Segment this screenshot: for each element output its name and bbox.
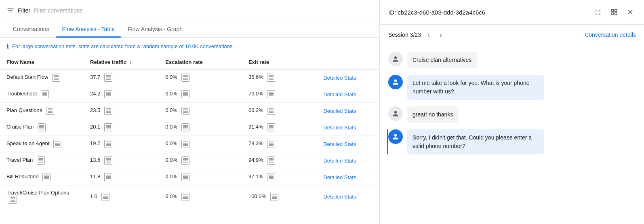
detailed-stats-link[interactable]: Detailed Stats (323, 75, 356, 81)
filter-label: Filter (18, 7, 30, 14)
cell-exit-rate: 97.1% (242, 169, 317, 186)
table-row: Travel/Cruise Plan Options 1.0 0.0% 100.… (0, 186, 379, 208)
cell-flow-name: Travel/Cruise Plan Options (0, 186, 84, 208)
header-actions (592, 6, 636, 18)
exit-rate-table-icon[interactable] (267, 90, 275, 98)
table-row: Travel Plan 13.5 0.0% 94.9% Detailed Sta… (0, 152, 379, 169)
escalation-table-icon[interactable] (181, 156, 189, 165)
escalation-table-icon[interactable] (181, 123, 189, 131)
grid-button[interactable] (608, 6, 620, 18)
col-header-exit-rate: Exit rate (242, 55, 317, 70)
detailed-stats-link[interactable]: Detailed Stats (323, 158, 356, 164)
escalation-table-icon[interactable] (181, 193, 189, 201)
relative-traffic-table-icon[interactable] (104, 74, 112, 82)
cell-escalation-rate: 0.0% (159, 119, 242, 136)
fullscreen-button[interactable] (592, 6, 604, 18)
message-bubble: Sorry, I didn't get that. Could you plea… (407, 129, 544, 154)
detailed-stats-link[interactable]: Detailed Stats (323, 174, 356, 180)
info-banner: ℹ For large conversation sets, stats are… (0, 38, 379, 55)
escalation-table-icon[interactable] (181, 74, 189, 82)
close-button[interactable] (625, 6, 636, 18)
avatar (388, 75, 403, 89)
avatar (388, 106, 403, 121)
table-row: Speak to an Agent 19.7 0.0% 78.3% Detail… (0, 136, 379, 152)
detailed-stats-link[interactable]: Detailed Stats (323, 141, 356, 147)
tab-flow-analysis-table[interactable]: Flow Analysis - Table (56, 21, 121, 37)
table-row: Cruise Plan 20.1 0.0% 91.4% Detailed Sta… (0, 119, 379, 136)
right-header: ID: cb22c3-d60-a03-ddd-3d2a4c6c6 (380, 0, 644, 25)
cell-flow-name: Travel Plan (0, 152, 84, 169)
relative-traffic-table-icon[interactable] (104, 140, 112, 148)
filter-placeholder: Filter conversations (34, 7, 82, 14)
escalation-table-icon[interactable] (181, 90, 189, 98)
relative-traffic-table-icon[interactable] (104, 156, 112, 165)
right-panel: ID: cb22c3-d60-a03-ddd-3d2a4c6c6 Session (380, 0, 644, 224)
cell-escalation-rate: 0.0% (159, 169, 242, 186)
cell-action: Detailed Stats (317, 119, 379, 136)
exit-rate-table-icon[interactable] (267, 107, 275, 115)
message-row: great! no thanks (388, 106, 636, 123)
tab-flow-analysis-graph[interactable]: Flow Analysis - Graph (121, 21, 189, 37)
relative-traffic-table-icon[interactable] (104, 107, 112, 115)
escalation-table-icon[interactable] (181, 140, 189, 148)
message-row: Let me take a look for you. What is your… (388, 75, 636, 100)
detailed-stats-link[interactable]: Detailed Stats (323, 91, 356, 97)
flow-table-icon[interactable] (46, 107, 54, 115)
session-id: ID: cb22c3-d60-a03-ddd-3d2a4c6c6 (388, 9, 485, 16)
cell-exit-rate: 91.4% (242, 119, 317, 136)
escalation-table-icon[interactable] (181, 107, 189, 115)
exit-rate-table-icon[interactable] (267, 140, 275, 148)
cell-exit-rate: 100.0% (242, 186, 317, 208)
cell-escalation-rate: 0.0% (159, 86, 242, 103)
flow-table-icon[interactable] (38, 123, 46, 131)
cell-relative-traffic: 19.7 (84, 136, 159, 152)
exit-rate-table-icon[interactable] (270, 193, 278, 201)
cell-relative-traffic: 23.5 (84, 103, 159, 119)
exit-rate-table-icon[interactable] (267, 156, 275, 165)
conversation-details-link[interactable]: Conversation details (585, 32, 636, 38)
escalation-table-icon[interactable] (181, 173, 189, 181)
next-session-button[interactable]: › (436, 30, 445, 40)
cell-relative-traffic: 13.5 (84, 152, 159, 169)
flow-table-icon[interactable] (53, 140, 61, 148)
cell-action: Detailed Stats (317, 152, 379, 169)
flow-table-icon[interactable] (42, 173, 51, 181)
exit-rate-table-icon[interactable] (267, 173, 275, 181)
flow-table-icon[interactable] (52, 74, 60, 82)
cell-exit-rate: 70.0% (242, 86, 317, 103)
cell-flow-name: Cruise Plan (0, 119, 84, 136)
exit-rate-table-icon[interactable] (267, 74, 275, 82)
sort-desc-icon: ↓ (129, 59, 132, 65)
session-nav: Session 3/23 ‹ › Conversation details (380, 25, 644, 45)
detailed-stats-link[interactable]: Detailed Stats (323, 125, 356, 131)
detailed-stats-link[interactable]: Detailed Stats (323, 194, 356, 200)
detailed-stats-link[interactable]: Detailed Stats (323, 108, 356, 114)
cell-action: Detailed Stats (317, 136, 379, 152)
cell-action: Detailed Stats (317, 186, 379, 208)
cell-escalation-rate: 0.0% (159, 152, 242, 169)
cell-relative-traffic: 24.2 (84, 86, 159, 103)
session-label: Session 3/23 (388, 32, 421, 38)
cell-relative-traffic: 20.1 (84, 119, 159, 136)
flow-table-icon[interactable] (37, 156, 45, 165)
flow-table-icon[interactable] (41, 90, 49, 98)
filter-bar: Filter Filter conversations (0, 0, 379, 21)
cell-exit-rate: 36.6% (242, 70, 317, 86)
col-header-relative-traffic[interactable]: Relative traffic ↓ (84, 55, 159, 70)
info-text: For large conversation sets, stats are c… (12, 43, 233, 49)
avatar (388, 129, 403, 144)
tabs-container: Conversations Flow Analysis - Table Flow… (0, 21, 379, 38)
relative-traffic-table-icon[interactable] (101, 193, 109, 201)
cell-escalation-rate: 0.0% (159, 136, 242, 152)
flow-table-icon[interactable] (9, 196, 17, 204)
relative-traffic-table-icon[interactable] (104, 90, 112, 98)
exit-rate-table-icon[interactable] (267, 123, 275, 131)
cell-exit-rate: 78.3% (242, 136, 317, 152)
relative-traffic-table-icon[interactable] (104, 123, 112, 131)
prev-session-button[interactable]: ‹ (424, 30, 433, 40)
cell-flow-name: Speak to an Agent (0, 136, 84, 152)
relative-traffic-table-icon[interactable] (104, 173, 112, 181)
filter-icon (6, 6, 15, 15)
cell-escalation-rate: 0.0% (159, 186, 242, 208)
tab-conversations[interactable]: Conversations (6, 21, 56, 37)
